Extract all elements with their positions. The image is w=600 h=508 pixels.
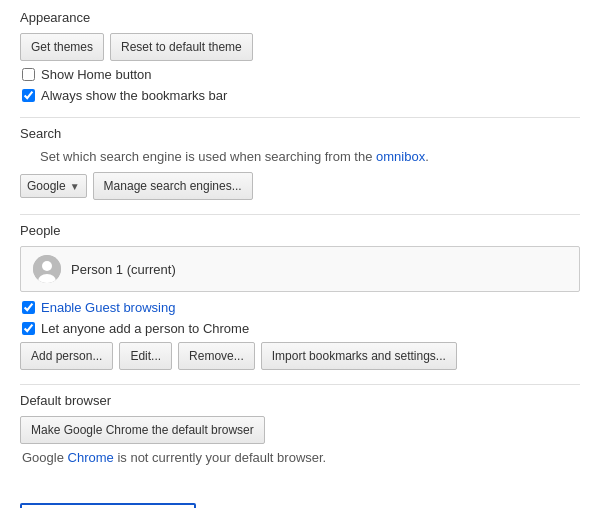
search-engine-dropdown[interactable]: Google ▼ bbox=[20, 174, 87, 198]
people-title: People bbox=[20, 223, 580, 238]
divider-3 bbox=[20, 384, 580, 385]
people-action-buttons: Add person... Edit... Remove... Import b… bbox=[20, 342, 580, 370]
show-home-button-row: Show Home button bbox=[20, 67, 580, 82]
enable-guest-label[interactable]: Enable Guest browsing bbox=[41, 300, 175, 315]
search-section: Search Set which search engine is used w… bbox=[20, 126, 580, 200]
enable-guest-row: Enable Guest browsing bbox=[20, 300, 580, 315]
reset-theme-button[interactable]: Reset to default theme bbox=[110, 33, 253, 61]
search-description: Set which search engine is used when sea… bbox=[20, 149, 580, 164]
search-title: Search bbox=[20, 126, 580, 141]
appearance-buttons: Get themes Reset to default theme bbox=[20, 33, 580, 61]
person-name: Person 1 (current) bbox=[71, 262, 176, 277]
show-advanced-settings-button[interactable]: Show advanced settings... bbox=[20, 503, 196, 508]
make-default-button[interactable]: Make Google Chrome the default browser bbox=[20, 416, 265, 444]
get-themes-button[interactable]: Get themes bbox=[20, 33, 104, 61]
people-section: People Person 1 (current) Enable Guest b… bbox=[20, 223, 580, 370]
always-show-bookmarks-label[interactable]: Always show the bookmarks bar bbox=[41, 88, 227, 103]
appearance-title: Appearance bbox=[20, 10, 580, 25]
show-home-button-checkbox[interactable] bbox=[22, 68, 35, 81]
avatar bbox=[33, 255, 61, 283]
default-browser-buttons: Make Google Chrome the default browser bbox=[20, 416, 580, 444]
default-browser-status: Google Chrome is not currently your defa… bbox=[20, 450, 580, 465]
svg-point-1 bbox=[42, 261, 52, 271]
import-bookmarks-button[interactable]: Import bookmarks and settings... bbox=[261, 342, 457, 370]
let-anyone-add-row: Let anyone add a person to Chrome bbox=[20, 321, 580, 336]
default-browser-status-after: is not currently your default browser. bbox=[114, 450, 326, 465]
show-home-button-label[interactable]: Show Home button bbox=[41, 67, 152, 82]
default-browser-section: Default browser Make Google Chrome the d… bbox=[20, 393, 580, 465]
remove-person-button[interactable]: Remove... bbox=[178, 342, 255, 370]
dropdown-arrow-icon: ▼ bbox=[70, 181, 80, 192]
avatar-icon bbox=[33, 255, 61, 283]
let-anyone-add-label[interactable]: Let anyone add a person to Chrome bbox=[41, 321, 249, 336]
person-item[interactable]: Person 1 (current) bbox=[20, 246, 580, 292]
advanced-settings-container: Show advanced settings... bbox=[20, 483, 580, 508]
default-browser-title: Default browser bbox=[20, 393, 580, 408]
search-desc-before: Set which search engine is used when sea… bbox=[40, 149, 376, 164]
manage-engines-button[interactable]: Manage search engines... bbox=[93, 172, 253, 200]
add-person-button[interactable]: Add person... bbox=[20, 342, 113, 370]
omnibox-link[interactable]: omnibox bbox=[376, 149, 425, 164]
default-browser-status-before: Google bbox=[22, 450, 68, 465]
let-anyone-add-checkbox[interactable] bbox=[22, 322, 35, 335]
search-desc-after: . bbox=[425, 149, 429, 164]
chrome-link[interactable]: Chrome bbox=[68, 450, 114, 465]
enable-guest-link[interactable]: Enable Guest browsing bbox=[41, 300, 175, 315]
always-show-bookmarks-checkbox[interactable] bbox=[22, 89, 35, 102]
search-engine-row: Google ▼ Manage search engines... bbox=[20, 172, 580, 200]
appearance-section: Appearance Get themes Reset to default t… bbox=[20, 10, 580, 103]
enable-guest-checkbox[interactable] bbox=[22, 301, 35, 314]
edit-person-button[interactable]: Edit... bbox=[119, 342, 172, 370]
always-show-bookmarks-row: Always show the bookmarks bar bbox=[20, 88, 580, 103]
divider-1 bbox=[20, 117, 580, 118]
divider-2 bbox=[20, 214, 580, 215]
search-engine-value: Google bbox=[27, 179, 66, 193]
